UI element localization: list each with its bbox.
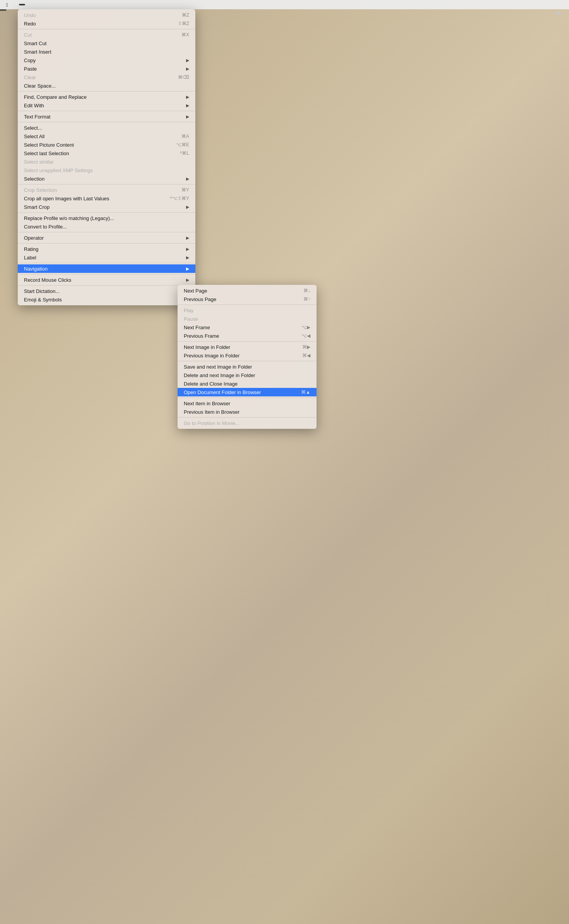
nav-menu-item-label-delete-and-close: Delete and Close Image: [184, 381, 310, 387]
menu-item-label-navigation: Navigation: [24, 266, 184, 272]
nav-menu-item-label-next-frame: Next Frame: [184, 325, 294, 330]
menu-item-convert-to-profile[interactable]: Convert to Profile...: [18, 222, 195, 231]
menu-item-paste[interactable]: Paste▶: [18, 64, 195, 73]
submenu-arrow-icon-label: ▶: [186, 255, 189, 260]
menu-item-rating[interactable]: Rating▶: [18, 245, 195, 253]
infobar: [0, 9, 6, 11]
menu-item-crop-selection: Crop Selection⌘Y: [18, 186, 195, 194]
menu-item-copy[interactable]: Copy▶: [18, 56, 195, 64]
menu-item-label-smart-insert: Smart Insert: [24, 49, 189, 55]
menu-item-find-compare-replace[interactable]: Find, Compare and Replace▶: [18, 93, 195, 101]
menu-separator: [18, 122, 195, 122]
menu-item-smart-crop[interactable]: Smart Crop▶: [18, 203, 195, 211]
menu-item-label-text-format: Text Format: [24, 114, 184, 120]
submenu-arrow-icon-copy: ▶: [186, 58, 189, 63]
nav-menu-item-open-document-folder[interactable]: Open Document Folder in Browser⌘▲: [178, 388, 317, 396]
nav-menu-item-previous-item-in-browser[interactable]: Previous Item in Browser: [178, 408, 317, 416]
menubar-item-view[interactable]: [61, 4, 67, 5]
menu-item-select[interactable]: Select...: [18, 124, 195, 132]
menu-item-operator[interactable]: Operator▶: [18, 234, 195, 242]
menu-item-clear-space[interactable]: Clear Space...: [18, 81, 195, 90]
menu-item-navigation[interactable]: Navigation▶: [18, 264, 195, 273]
menubar-item-effect[interactable]: [40, 4, 46, 5]
nav-menu-item-label-next-item-in-browser: Next Item in Browser: [184, 401, 310, 406]
nav-menu-item-label-save-and-next: Save and next Image in Folder: [184, 364, 310, 370]
nav-menu-item-label-previous-item-in-browser: Previous Item in Browser: [184, 409, 310, 415]
menubar-item-layer[interactable]: [54, 4, 60, 5]
options-button[interactable]: [555, 12, 561, 15]
nav-menu-item-previous-image-in-folder[interactable]: Previous Image in Folder⌘◀: [178, 351, 317, 360]
menu-item-label-select-similar: Select similar: [24, 159, 189, 165]
nav-menu-item-label-previous-page: Previous Page: [184, 296, 296, 302]
nav-menu-item-delete-and-next[interactable]: Delete and next Image in Folder: [178, 371, 317, 379]
nav-menu-item-shortcut-previous-image-in-folder: ⌘◀: [302, 353, 310, 358]
nav-menu-separator: [178, 398, 317, 398]
menu-item-label-copy: Copy: [24, 58, 184, 63]
menu-item-cut: Cut⌘X: [18, 30, 195, 39]
menubar-item-resize[interactable]: [33, 4, 39, 5]
nav-menu-item-shortcut-next-image-in-folder: ⌘▶: [302, 344, 310, 350]
menu-item-shortcut-crop-all-open: ^⌥⇧⌘Y: [170, 196, 189, 201]
nav-menu-separator: [178, 341, 317, 342]
menu-item-edit-with[interactable]: Edit With▶: [18, 101, 195, 110]
menu-item-label-select: Select...: [24, 125, 189, 131]
nav-menu-item-delete-and-close[interactable]: Delete and Close Image: [178, 379, 317, 388]
submenu-arrow-icon-navigation: ▶: [186, 266, 189, 271]
nav-menu-item-save-and-next[interactable]: Save and next Image in Folder: [178, 362, 317, 371]
nav-menu-item-next-item-in-browser[interactable]: Next Item in Browser: [178, 399, 317, 408]
nav-menu-item-next-page[interactable]: Next Page⌘↓: [178, 286, 317, 295]
menu-item-label-edit-with: Edit With: [24, 103, 184, 108]
menu-item-emoji-symbols[interactable]: Emoji & Symbols⌃⌘E: [18, 295, 195, 304]
menu-item-label-select-unapplied: Select unapplied XMP Settings: [24, 168, 189, 173]
nav-menu-item-label-previous-image-in-folder: Previous Image in Folder: [184, 353, 295, 359]
menu-item-select-last-selection[interactable]: Select last Selection^⌘L: [18, 149, 195, 157]
menu-item-selection[interactable]: Selection▶: [18, 174, 195, 183]
menu-item-text-format[interactable]: Text Format▶: [18, 112, 195, 121]
nav-menu-item-previous-page[interactable]: Previous Page⌘↑: [178, 295, 317, 303]
menu-item-record-mouse-clicks[interactable]: Record Mouse Clicks▶: [18, 276, 195, 284]
menu-item-smart-cut[interactable]: Smart Cut: [18, 39, 195, 47]
menu-separator: [18, 111, 195, 111]
menu-item-select-picture-content[interactable]: Select Picture Content⌥⌘E: [18, 140, 195, 149]
submenu-arrow-icon-text-format: ▶: [186, 114, 189, 119]
menu-item-shortcut-crop-selection: ⌘Y: [181, 187, 189, 193]
menu-separator: [18, 91, 195, 91]
menu-item-label-cut: Cut: [24, 32, 174, 38]
menu-item-label-select-last-selection: Select last Selection: [24, 151, 172, 156]
menu-separator: [18, 274, 195, 274]
menu-item-shortcut-select-picture-content: ⌥⌘E: [176, 142, 189, 147]
menubar-item-apple[interactable]: : [3, 1, 11, 8]
menu-item-label-redo: Redo: [24, 21, 170, 27]
submenu-arrow-icon-paste: ▶: [186, 66, 189, 71]
nav-menu-item-previous-frame[interactable]: Previous Frame⌥◀: [178, 332, 317, 340]
menu-item-label[interactable]: Label▶: [18, 253, 195, 262]
nav-menu-item-shortcut-previous-page: ⌘↑: [303, 296, 310, 302]
menu-item-undo: Undo⌘Z: [18, 11, 195, 19]
menu-item-label-crop-selection: Crop Selection: [24, 187, 174, 193]
menu-separator: [18, 184, 195, 184]
menu-item-label-record-mouse-clicks: Record Mouse Clicks: [24, 277, 184, 283]
menu-item-label-selection: Selection: [24, 176, 184, 182]
menu-item-replace-profile[interactable]: Replace Profile w/o matching (Legacy)...: [18, 214, 195, 222]
menu-item-start-dictation[interactable]: Start Dictation...: [18, 287, 195, 295]
menu-item-crop-all-open[interactable]: Crop all open Images with Last Values^⌥⇧…: [18, 194, 195, 203]
menubar-item-file[interactable]: [12, 4, 18, 5]
menu-item-redo[interactable]: Redo⇧⌘Z: [18, 19, 195, 28]
menu-item-label-crop-all-open: Crop all open Images with Last Values: [24, 196, 162, 201]
menu-item-select-unapplied: Select unapplied XMP Settings: [18, 166, 195, 174]
menubar-item-picture[interactable]: [26, 4, 32, 5]
menubar-item-filter[interactable]: [47, 4, 53, 5]
menu-item-label-undo: Undo: [24, 12, 174, 18]
nav-menu-item-next-image-in-folder[interactable]: Next Image in Folder⌘▶: [178, 343, 317, 351]
menu-item-label-rating: Rating: [24, 246, 184, 252]
menu-separator: [18, 29, 195, 29]
submenu-arrow-icon-edit-with: ▶: [186, 103, 189, 108]
submenu-arrow-icon-rating: ▶: [186, 247, 189, 252]
menubar-item-edit[interactable]: [19, 4, 25, 5]
menu-item-select-all[interactable]: Select All⌘A: [18, 132, 195, 140]
nav-menu-item-next-frame[interactable]: Next Frame⌥▶: [178, 323, 317, 332]
menu-item-label-operator: Operator: [24, 235, 184, 241]
menu-item-smart-insert[interactable]: Smart Insert: [18, 47, 195, 56]
menubar-item-window[interactable]: [68, 4, 74, 5]
submenu-arrow-icon-smart-crop: ▶: [186, 205, 189, 210]
